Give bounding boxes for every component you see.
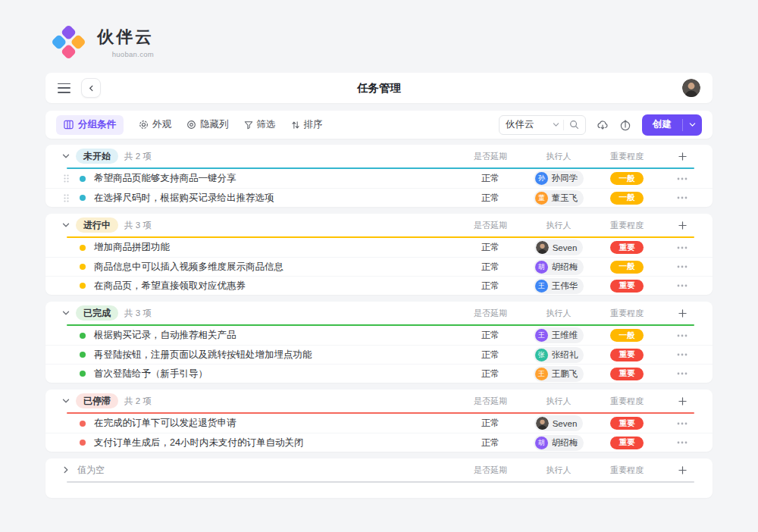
assignee[interactable]: 孙 孙同学 xyxy=(534,171,584,186)
assignee-avatar: 董 xyxy=(535,192,548,205)
task-group: 未开始 共 2 项 是否延期 执行人 重要程度 希望商品页能够支持商品一键分享 … xyxy=(45,145,713,207)
add-column-button[interactable] xyxy=(661,397,703,405)
task-row[interactable]: 在商品页，希望直接领取对应优惠券 正常 王 王伟华 重要 xyxy=(45,276,713,295)
assignee[interactable]: 胡 胡绍梅 xyxy=(534,435,584,451)
create-button-label[interactable]: 创建 xyxy=(642,114,682,136)
column-header-delay: 是否延期 xyxy=(456,396,525,407)
assignee[interactable]: 王 王维维 xyxy=(534,327,584,343)
drag-handle-icon[interactable] xyxy=(56,174,76,183)
task-title[interactable]: 再登陆按钮，注册页面以及跳转按钮处增加埋点功能 xyxy=(89,349,456,361)
task-title[interactable]: 商品信息中可以插入视频多维度展示商品信息 xyxy=(89,261,456,274)
group-condition-button[interactable]: 分组条件 xyxy=(56,115,124,135)
group-name-badge: 进行中 xyxy=(76,217,118,233)
task-title[interactable]: 增加商品拼团功能 xyxy=(89,241,456,254)
assignee[interactable]: 王 王鹏飞 xyxy=(534,366,584,382)
group-count: 共 3 项 xyxy=(124,220,152,231)
group-name-badge: 值为空 xyxy=(76,462,106,477)
plus-icon xyxy=(678,221,687,230)
assignee-name: 董玉飞 xyxy=(552,192,578,204)
brand-domain: huoban.com xyxy=(97,50,154,58)
more-actions-button[interactable] xyxy=(661,422,703,425)
status-dot xyxy=(80,333,86,339)
task-row[interactable]: 支付订单生成后，24小时内未支付的订单自动关闭 正常 胡 胡绍梅 重要 xyxy=(45,433,713,452)
task-row[interactable]: 商品信息中可以插入视频多维度展示商品信息 正常 胡 胡绍梅 一般 xyxy=(45,257,713,276)
filter-button[interactable]: 筛选 xyxy=(244,118,276,131)
more-actions-button[interactable] xyxy=(661,284,703,287)
assignee[interactable]: 胡 胡绍梅 xyxy=(534,259,584,275)
more-actions-button[interactable] xyxy=(661,265,703,268)
ellipsis-icon xyxy=(677,353,688,356)
add-column-button[interactable] xyxy=(661,466,703,474)
assignee[interactable]: 张 张绍礼 xyxy=(534,347,584,363)
user-avatar[interactable] xyxy=(682,79,700,97)
task-row[interactable]: 再登陆按钮，注册页面以及跳转按钮处增加埋点功能 正常 张 张绍礼 重要 xyxy=(45,345,713,364)
task-title[interactable]: 在商品页，希望直接领取对应优惠券 xyxy=(89,280,456,293)
hidden-columns-label: 隐藏列 xyxy=(200,118,229,131)
assignee[interactable]: Seven xyxy=(534,415,584,431)
assignee[interactable]: Seven xyxy=(534,239,584,255)
task-title[interactable]: 在完成的订单下可以发起退货申请 xyxy=(89,417,456,430)
group-collapse-chevron[interactable] xyxy=(56,397,76,405)
more-actions-button[interactable] xyxy=(661,196,703,199)
back-button[interactable] xyxy=(81,78,101,98)
task-row[interactable]: 希望商品页能够支持商品一键分享 正常 孙 孙同学 一般 xyxy=(45,169,713,188)
column-header-assignee: 执行人 xyxy=(525,220,593,231)
group-collapse-chevron[interactable] xyxy=(56,466,76,474)
search-icon[interactable] xyxy=(569,120,579,130)
brand-logo: 伙伴云 huoban.com xyxy=(45,0,713,73)
assignee[interactable]: 董 董玉飞 xyxy=(534,190,584,206)
sort-button[interactable]: 排序 xyxy=(291,118,323,131)
hidden-columns-button[interactable]: 隐藏列 xyxy=(186,118,229,131)
task-row[interactable]: 首次登陆给予（新手引导） 正常 王 王鹏飞 重要 xyxy=(45,364,713,383)
task-title[interactable]: 根据购买记录，自动推荐相关产品 xyxy=(89,329,456,342)
more-actions-button[interactable] xyxy=(661,441,703,444)
assignee-avatar: 王 xyxy=(535,280,548,293)
group-collapse-chevron[interactable] xyxy=(56,221,76,229)
assignee-avatar xyxy=(536,241,549,254)
create-dropdown-caret[interactable] xyxy=(683,114,702,136)
more-actions-button[interactable] xyxy=(661,177,703,180)
import-button[interactable] xyxy=(597,119,609,131)
add-column-button[interactable] xyxy=(661,309,703,318)
more-actions-button[interactable] xyxy=(661,334,703,337)
ellipsis-icon xyxy=(677,265,688,268)
task-title[interactable]: 希望商品页能够支持商品一键分享 xyxy=(89,172,456,185)
drag-handle-icon[interactable] xyxy=(56,194,76,202)
group-header: 值为空 是否延期 执行人 重要程度 xyxy=(45,458,713,481)
delay-status: 正常 xyxy=(456,417,525,430)
priority-badge: 重要 xyxy=(610,241,644,254)
group-collapse-chevron[interactable] xyxy=(56,152,76,160)
workspace-select[interactable]: 伙伴云 xyxy=(499,115,586,135)
more-actions-button[interactable] xyxy=(661,246,703,249)
ellipsis-icon xyxy=(677,422,688,425)
delay-status: 正常 xyxy=(456,241,525,254)
task-title[interactable]: 首次登陆给予（新手引导） xyxy=(89,368,456,380)
delay-status: 正常 xyxy=(456,192,525,205)
task-row[interactable]: 在选择尺码时，根据购买记录给出推荐选项 正常 董 董玉飞 一般 xyxy=(45,188,713,207)
task-group: 进行中 共 3 项 是否延期 执行人 重要程度 增加商品拼团功能 正常 Seve… xyxy=(45,214,713,295)
group-name-badge: 未开始 xyxy=(76,149,118,164)
add-column-button[interactable] xyxy=(661,152,703,161)
task-row[interactable]: 在完成的订单下可以发起退货申请 正常 Seven 重要 xyxy=(45,414,713,433)
brand-name: 伙伴云 xyxy=(97,26,154,49)
group-collapse-chevron[interactable] xyxy=(56,309,76,317)
delay-status: 正常 xyxy=(456,349,525,361)
assignee-name: Seven xyxy=(553,419,578,428)
add-column-button[interactable] xyxy=(661,221,703,230)
menu-icon[interactable] xyxy=(58,83,70,93)
task-group: 已完成 共 3 项 是否延期 执行人 重要程度 根据购买记录，自动推荐相关产品 … xyxy=(45,302,713,383)
more-actions-button[interactable] xyxy=(661,353,703,356)
create-button[interactable]: 创建 xyxy=(642,114,702,136)
eye-icon xyxy=(186,120,196,130)
task-row[interactable]: 根据购买记录，自动推荐相关产品 正常 王 王维维 一般 xyxy=(45,326,713,345)
task-row[interactable]: 增加商品拼团功能 正常 Seven 重要 xyxy=(45,238,713,257)
group-count: 共 2 项 xyxy=(124,396,152,407)
assignee[interactable]: 王 王伟华 xyxy=(534,278,584,294)
column-header-delay: 是否延期 xyxy=(456,465,525,476)
export-button[interactable] xyxy=(619,119,631,131)
task-title[interactable]: 在选择尺码时，根据购买记录给出推荐选项 xyxy=(89,192,456,205)
delay-status: 正常 xyxy=(456,261,525,274)
appearance-button[interactable]: 外观 xyxy=(139,118,171,131)
task-title[interactable]: 支付订单生成后，24小时内未支付的订单自动关闭 xyxy=(89,437,456,449)
more-actions-button[interactable] xyxy=(661,372,703,375)
